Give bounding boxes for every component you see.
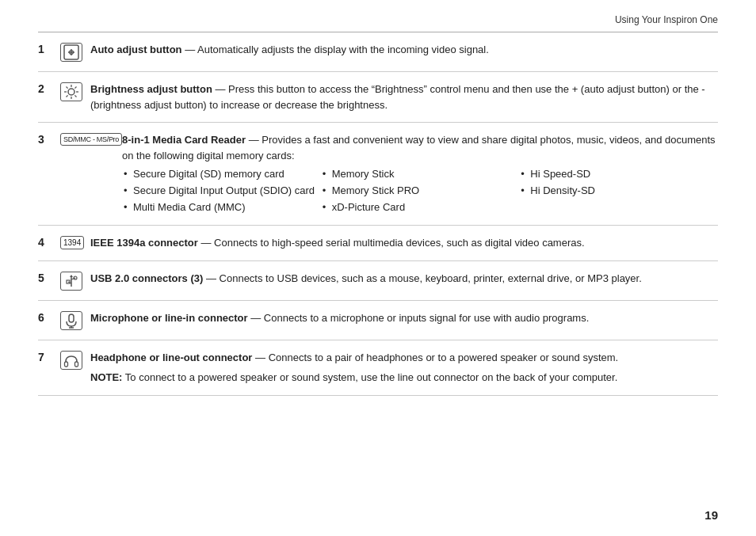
section-number-3: 3 (38, 132, 60, 146)
section-dash-1: — (182, 44, 198, 55)
svg-line-9 (67, 87, 68, 89)
section-title-7: Headphone or line-out connector (90, 352, 252, 363)
section-dash-2: — (212, 83, 228, 95)
section-4: 4 1394 IEEE 1394a connector — Connects t… (38, 226, 718, 261)
section-dash-4: — (198, 237, 214, 249)
section-content-5: USB 2.0 connectors (3) — Connects to USB… (90, 271, 718, 287)
bullet-col1-item2: Secure Digital Input Output (SDIO) card (122, 183, 321, 200)
section-desc-4: Connects to high-speed serial multimedia… (214, 237, 585, 249)
svg-rect-22 (65, 362, 68, 367)
auto-adjust-icon (60, 43, 82, 62)
section-number-5: 5 (38, 271, 60, 284)
section-6: 6 Microphone or line-in connector — Conn… (38, 301, 718, 340)
bullet-col3-item1: Hi Speed-SD (519, 166, 718, 183)
section-desc-6: Connects to a microphone or inputs signa… (264, 312, 589, 324)
section-number-1: 1 (38, 42, 60, 55)
section-icon-3: SD/MMC - MS/Pro (60, 132, 122, 146)
bullet-col1-item1: Secure Digital (SD) memory card (122, 166, 321, 183)
section-icon-6 (60, 310, 90, 330)
headphone-icon (60, 351, 82, 370)
bullet-col2-item2: Memory Stick PRO (321, 183, 520, 200)
section-note-7: NOTE: To connect to a powered speaker or… (90, 370, 718, 386)
section-5: 5 USB 2.0 connectors (3) — Connects to U… (38, 261, 718, 301)
section-icon-7 (60, 350, 90, 370)
page-header: Using Your Inspiron One (38, 14, 718, 32)
section-content-2: Brightness adjust button — Press this bu… (90, 82, 718, 112)
section-2: 2 Brightness adjust button — Press this … (38, 72, 718, 123)
section-desc-7: Connects to a pair of headphones or to a… (269, 352, 619, 363)
media-card-icon: SD/MMC - MS/Pro (60, 133, 122, 146)
bullet-col1-item3: Multi Media Card (MMC) (122, 200, 321, 216)
section-icon-5 (60, 271, 90, 291)
section-dash-6: — (248, 312, 264, 324)
page: Using Your Inspiron One 1 Auto adjust bu… (0, 0, 756, 420)
header-title: Using Your Inspiron One (615, 14, 718, 25)
section-1: 1 Auto adjust button — Automatically adj… (38, 32, 718, 72)
section-number-4: 4 (38, 235, 60, 249)
microphone-icon (60, 311, 82, 330)
section-number-2: 2 (38, 82, 60, 95)
section-dash-7: — (252, 352, 268, 363)
bullet-col-1: Secure Digital (SD) memory card Secure D… (122, 166, 321, 215)
svg-rect-23 (75, 362, 78, 367)
section-dash-3: — (246, 134, 262, 146)
svg-line-11 (74, 87, 76, 89)
bullet-col2-item3: xD-Picture Card (321, 200, 520, 216)
section-7: 7 Headphone or line-out connector — Conn… (38, 340, 718, 396)
section-desc-1: Automatically adjusts the display with t… (197, 44, 489, 55)
bullet-col2-item1: Memory Stick (321, 166, 520, 183)
section-content-6: Microphone or line-in connector — Connec… (90, 310, 718, 326)
note-text-7: To connect to a powered speaker or sound… (122, 371, 617, 383)
svg-line-12 (67, 95, 68, 97)
section-title-6: Microphone or line-in connector (90, 312, 248, 324)
bullet-col-2: Memory Stick Memory Stick PRO xD-Picture… (321, 166, 520, 215)
section-content-3: 8-in-1 Media Card Reader — Provides a fa… (122, 132, 718, 215)
bullet-col-3: Hi Speed-SD Hi Density-SD (519, 166, 718, 215)
section-content-1: Auto adjust button — Automatically adjus… (90, 42, 718, 58)
section-icon-1 (60, 42, 90, 62)
section-content-4: IEEE 1394a connector — Connects to high-… (90, 235, 718, 251)
section-desc-5: Connects to USB devices, such as a mouse… (220, 272, 642, 284)
svg-marker-18 (70, 275, 73, 277)
section-content-7: Headphone or line-out connector — Connec… (90, 350, 718, 386)
section-title-2: Brightness adjust button (90, 83, 212, 95)
section-title-5: USB 2.0 connectors (3) (90, 272, 203, 284)
note-label-7: NOTE: (90, 371, 122, 383)
section-number-6: 6 (38, 310, 60, 324)
section-3: 3 SD/MMC - MS/Pro 8-in-1 Media Card Read… (38, 123, 718, 226)
ieee-icon: 1394 (60, 236, 84, 249)
section-number-7: 7 (38, 350, 60, 363)
section-title-1: Auto adjust button (90, 44, 182, 55)
section-title-4: IEEE 1394a connector (90, 237, 198, 249)
svg-line-10 (74, 95, 76, 97)
brightness-icon (60, 82, 82, 101)
section-dash-5: — (203, 272, 219, 284)
svg-rect-19 (69, 314, 74, 322)
bullet-col3-item2: Hi Density-SD (519, 183, 718, 200)
page-number: 19 (704, 508, 718, 522)
section-icon-2 (60, 82, 90, 101)
usb-icon (60, 272, 82, 291)
svg-point-4 (68, 89, 74, 95)
section-icon-4: 1394 (60, 235, 90, 249)
bullet-columns-3: Secure Digital (SD) memory card Secure D… (122, 166, 718, 215)
section-title-3: 8-in-1 Media Card Reader (122, 134, 246, 146)
